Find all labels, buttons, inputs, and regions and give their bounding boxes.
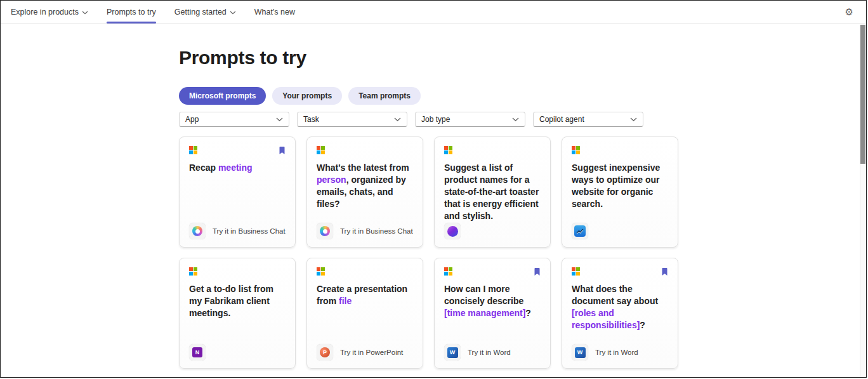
microsoft-logo-icon [572, 146, 580, 154]
app-filter-dropdown[interactable]: App [179, 112, 289, 127]
card-header [444, 146, 541, 156]
page-title: Prompts to try [179, 47, 678, 69]
microsoft-logo-icon [317, 146, 325, 154]
prompt-source-tabs: Microsoft prompts Your prompts Team prom… [179, 87, 678, 105]
card-text-segment: Suggest a list of product names for a st… [444, 163, 539, 221]
prompt-text: How can I more concisely describe [time … [444, 283, 541, 319]
nav-item-getting-started[interactable]: Getting started [174, 1, 236, 23]
copilot-agent-filter-dropdown[interactable]: Copilot agent [533, 112, 643, 127]
microsoft-logo-icon [444, 267, 452, 276]
gear-icon[interactable]: ⚙ [845, 1, 853, 23]
prompt-card[interactable]: What's the latest from person, organized… [306, 136, 423, 248]
copilot-agent-icon [447, 226, 458, 237]
card-footer: Try it in Business Chat [317, 223, 413, 239]
microsoft-logo-icon [444, 146, 452, 154]
copilot-icon [320, 226, 330, 236]
app-icon-tile: W [572, 344, 588, 361]
job-type-filter-dropdown[interactable]: Job type [415, 112, 525, 127]
scrollbar-thumb[interactable] [860, 25, 865, 164]
card-text-segment: Suggest inexpensive ways to optimize our… [572, 163, 660, 209]
card-header [572, 267, 668, 277]
bookmark-icon[interactable] [279, 146, 286, 157]
card-header [572, 146, 668, 156]
card-entity-text: [roles and responsibilities] [572, 308, 640, 330]
app-icon-tile [189, 223, 206, 239]
prompt-card-grid: Recap meetingTry it in Business ChatWhat… [179, 136, 678, 369]
card-header [444, 267, 541, 277]
try-it-label: Try it in PowerPoint [340, 349, 403, 356]
card-text-segment: Recap [189, 163, 218, 173]
chevron-down-icon [630, 115, 637, 124]
card-text-segment: ? [640, 320, 645, 330]
prompt-card[interactable]: Get a to-do list from my Fabrikam client… [179, 258, 296, 369]
prompt-card[interactable]: How can I more concisely describe [time … [434, 258, 551, 369]
nav-item-label: Prompts to try [107, 8, 156, 17]
prompt-text: What does the document say about [roles … [572, 283, 668, 331]
nav-item-whats-new[interactable]: What's new [254, 1, 295, 23]
chevron-down-icon [394, 115, 401, 124]
card-footer [572, 223, 588, 239]
word-icon: W [575, 347, 586, 358]
prompt-text: Suggest a list of product names for a st… [444, 162, 541, 222]
prompt-card[interactable]: Recap meetingTry it in Business Chat [179, 136, 296, 248]
card-footer: Try it in Business Chat [189, 223, 286, 239]
card-header [189, 267, 286, 277]
card-footer: WTry it in Word [572, 344, 638, 361]
nav-item-explore-in-products[interactable]: Explore in products [11, 1, 88, 23]
vertical-scrollbar[interactable] [860, 25, 866, 377]
microsoft-logo-icon [189, 146, 197, 154]
microsoft-logo-icon [189, 267, 197, 276]
analytics-app-icon [574, 225, 586, 237]
try-it-label: Try it in Business Chat [340, 227, 413, 235]
top-navigation: Explore in products Prompts to try Getti… [1, 1, 866, 24]
card-footer [444, 223, 461, 239]
task-filter-dropdown[interactable]: Task [297, 112, 407, 127]
bookmark-icon[interactable] [661, 267, 668, 279]
app-window: Explore in products Prompts to try Getti… [0, 0, 867, 378]
card-text-segment: What's the latest from [317, 163, 409, 173]
card-header [317, 267, 413, 277]
card-header [189, 146, 286, 156]
bookmark-icon[interactable] [534, 267, 541, 279]
word-icon: W [447, 347, 458, 358]
prompt-card[interactable]: Suggest a list of product names for a st… [434, 136, 551, 248]
tab-microsoft-prompts[interactable]: Microsoft prompts [179, 87, 266, 105]
card-footer: WTry it in Word [444, 344, 511, 361]
card-text-segment: How can I more concisely describe [444, 284, 523, 306]
dropdown-value: App [185, 115, 199, 124]
card-footer: PTry it in PowerPoint [317, 344, 403, 361]
prompt-text: Get a to-do list from my Fabrikam client… [189, 283, 286, 319]
nav-item-prompts-to-try[interactable]: Prompts to try [107, 1, 156, 23]
chevron-down-icon [512, 115, 519, 124]
dropdown-value: Job type [421, 115, 450, 124]
main-content: Prompts to try Microsoft prompts Your pr… [179, 47, 678, 378]
tab-team-prompts[interactable]: Team prompts [348, 87, 421, 105]
card-text-segment: What does the document say about [572, 284, 658, 306]
card-entity-text: file [339, 296, 352, 306]
app-icon-tile [444, 223, 461, 239]
prompt-card[interactable]: Create a presentation from filePTry it i… [306, 258, 423, 369]
powerpoint-icon: P [320, 347, 330, 357]
try-it-label: Try it in Business Chat [213, 227, 286, 235]
dropdown-value: Copilot agent [539, 115, 584, 124]
nav-item-label: Getting started [174, 8, 227, 17]
prompt-text: What's the latest from person, organized… [317, 162, 413, 210]
prompt-text: Suggest inexpensive ways to optimize our… [572, 162, 668, 210]
nav-item-label: What's new [254, 8, 295, 17]
prompt-card[interactable]: What does the document say about [roles … [562, 258, 678, 369]
onenote-icon: N [192, 347, 202, 357]
copilot-icon [192, 226, 202, 236]
prompt-card[interactable]: Suggest inexpensive ways to optimize our… [562, 136, 678, 248]
card-text-segment: Create a presentation from [317, 284, 407, 306]
app-icon-tile [317, 223, 333, 239]
chevron-down-icon [276, 115, 283, 124]
card-entity-text: [time management] [444, 308, 525, 318]
card-footer: N [189, 344, 206, 361]
chevron-down-icon [230, 11, 236, 15]
chevron-down-icon [82, 11, 88, 15]
tab-your-prompts[interactable]: Your prompts [272, 87, 342, 105]
try-it-label: Try it in Word [595, 349, 638, 356]
dropdown-value: Task [303, 115, 319, 124]
app-icon-tile: N [189, 344, 206, 361]
card-text-segment: ? [525, 308, 531, 318]
